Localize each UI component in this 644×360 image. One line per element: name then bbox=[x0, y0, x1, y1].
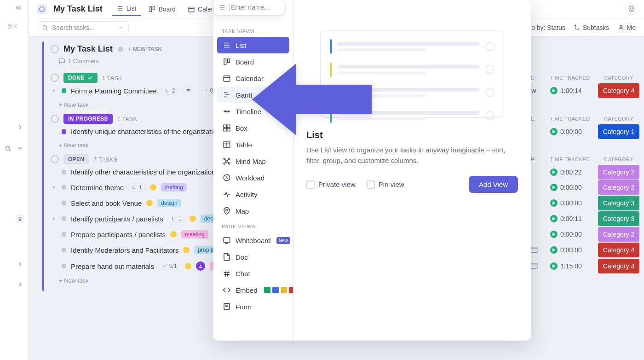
play-icon[interactable] bbox=[550, 128, 558, 135]
task-name: Identify participants / panelists bbox=[71, 215, 163, 223]
category-badge[interactable]: Category 3 bbox=[598, 196, 639, 210]
name-placeholder: Enter name... bbox=[230, 4, 270, 11]
subtask-count[interactable]: 1 bbox=[168, 215, 185, 223]
status-toggle-icon[interactable] bbox=[51, 115, 59, 123]
view-option-activity[interactable]: Activity bbox=[217, 186, 289, 203]
status-toggle-icon[interactable] bbox=[51, 155, 59, 163]
time-tracked[interactable]: 1:15:00 bbox=[550, 262, 587, 270]
tag[interactable]: design bbox=[157, 199, 181, 207]
svg-marker-27 bbox=[53, 186, 55, 189]
list-title: My Task List bbox=[63, 44, 113, 54]
due-date-empty-icon[interactable] bbox=[530, 245, 539, 255]
view-option-timeline[interactable]: Timeline bbox=[217, 103, 289, 120]
new-task-button[interactable]: + NEW TASK bbox=[128, 46, 162, 52]
chevron-right-icon[interactable] bbox=[17, 261, 23, 269]
priority-icon[interactable] bbox=[183, 247, 190, 253]
time-tracked[interactable]: 1:00:14 bbox=[550, 87, 587, 94]
pin-view-checkbox[interactable]: Pin view bbox=[367, 180, 404, 189]
tag[interactable]: drafting bbox=[161, 183, 187, 192]
status-toggle-icon[interactable] bbox=[51, 74, 59, 82]
category-badge[interactable]: Category 2 bbox=[598, 227, 639, 242]
chevron-down-icon[interactable] bbox=[12, 145, 23, 153]
play-icon[interactable] bbox=[550, 168, 558, 176]
search-icon[interactable] bbox=[0, 145, 12, 154]
category-badge[interactable]: Category 1 bbox=[598, 124, 639, 139]
category-badge[interactable]: Category 2 bbox=[598, 180, 639, 195]
view-option-form[interactable]: Form bbox=[217, 298, 289, 315]
view-option-workload[interactable]: Workload bbox=[217, 169, 289, 186]
list-status-icon[interactable] bbox=[51, 45, 59, 53]
time-tracked[interactable]: 0:00:22 bbox=[550, 168, 587, 176]
priority-icon[interactable] bbox=[170, 231, 177, 238]
due-date-empty-icon[interactable] bbox=[530, 261, 539, 271]
play-icon[interactable] bbox=[550, 199, 558, 207]
subtasks-button[interactable]: Subtasks bbox=[574, 24, 610, 31]
view-picker-modal: TASK VIEWS ListBoardCalendarGanttTimelin… bbox=[213, 0, 531, 341]
priority-icon[interactable] bbox=[185, 263, 191, 269]
svg-point-64 bbox=[226, 209, 228, 211]
tag[interactable]: meeting bbox=[181, 230, 208, 238]
status-dot-icon bbox=[62, 201, 66, 205]
subtask-count[interactable]: 2 bbox=[161, 87, 178, 95]
search-input[interactable]: Search tasks... bbox=[37, 21, 129, 34]
view-name-input[interactable]: Enter name... bbox=[213, 0, 284, 16]
priority-icon[interactable] bbox=[146, 200, 153, 206]
chevron-right-icon[interactable] bbox=[17, 124, 23, 132]
play-icon[interactable] bbox=[550, 215, 558, 222]
play-icon[interactable] bbox=[550, 184, 558, 191]
category-badge[interactable]: Category 2 bbox=[598, 165, 639, 180]
svg-marker-28 bbox=[53, 217, 55, 220]
category-badge[interactable]: Category 4 bbox=[598, 259, 639, 273]
tab-board[interactable]: Board bbox=[144, 2, 180, 16]
status-pill[interactable]: IN PROGRESS bbox=[63, 114, 113, 124]
view-option-box[interactable]: Box bbox=[217, 120, 289, 136]
view-option-calendar[interactable]: Calendar bbox=[217, 70, 289, 87]
svg-rect-39 bbox=[224, 76, 230, 81]
svg-rect-65 bbox=[224, 238, 230, 243]
time-tracked[interactable]: 0:00:11 bbox=[550, 215, 587, 222]
view-option-board[interactable]: Board bbox=[217, 53, 289, 70]
category-badge[interactable]: Category 3 bbox=[598, 211, 639, 226]
checklist-count[interactable]: 0/1 bbox=[159, 262, 180, 270]
play-icon[interactable] bbox=[550, 87, 558, 94]
view-option-mind-map[interactable]: Mind Map bbox=[217, 153, 289, 169]
help-icon[interactable] bbox=[625, 3, 638, 15]
subtask-count[interactable]: 1 bbox=[128, 183, 145, 192]
time-tracked[interactable]: 0:00:00 bbox=[550, 184, 587, 191]
view-option-embed[interactable]: Embed bbox=[217, 282, 289, 298]
status-dot-icon bbox=[62, 248, 66, 252]
view-option-doc[interactable]: Doc bbox=[217, 249, 289, 265]
expand-icon[interactable] bbox=[51, 184, 57, 191]
expand-icon[interactable] bbox=[51, 215, 57, 222]
view-option-table[interactable]: Table bbox=[217, 136, 289, 153]
private-view-checkbox[interactable]: Private view bbox=[306, 180, 356, 189]
view-option-chat[interactable]: Chat bbox=[217, 265, 289, 282]
view-option-gantt[interactable]: Gantt bbox=[217, 87, 289, 103]
time-tracked[interactable]: 0:00:00 bbox=[550, 128, 587, 135]
play-icon[interactable] bbox=[550, 231, 558, 238]
view-option-list[interactable]: List bbox=[217, 37, 289, 53]
category-badge[interactable]: Category 4 bbox=[598, 83, 639, 98]
time-tracked[interactable]: 0:00:00 bbox=[550, 199, 587, 207]
add-view-button[interactable]: Add View bbox=[469, 176, 518, 193]
time-tracked[interactable]: 0:00:00 bbox=[550, 246, 587, 254]
view-picker-detail: List Use List view to organize your task… bbox=[293, 0, 531, 341]
play-icon[interactable] bbox=[550, 246, 558, 254]
view-option-map[interactable]: Map bbox=[217, 203, 289, 219]
status-pill[interactable]: DONE bbox=[63, 73, 98, 83]
play-icon[interactable] bbox=[550, 262, 558, 270]
me-filter-button[interactable]: Me bbox=[618, 24, 636, 31]
priority-icon[interactable] bbox=[150, 184, 156, 191]
expand-icon[interactable] bbox=[51, 87, 57, 94]
view-option-whiteboard[interactable]: WhiteboardNew bbox=[217, 232, 289, 249]
tab-list[interactable]: List bbox=[112, 2, 141, 16]
category-badge[interactable]: Category 4 bbox=[598, 243, 639, 257]
assignee-avatar[interactable] bbox=[196, 261, 205, 271]
chevron-right-icon[interactable] bbox=[17, 281, 23, 290]
svg-point-2 bbox=[40, 6, 45, 12]
priority-icon[interactable] bbox=[190, 215, 196, 222]
status-pill[interactable]: OPEN bbox=[63, 154, 89, 164]
left-gutter: ⌘K 9 bbox=[0, 0, 29, 360]
collapse-sidebar-icon[interactable] bbox=[14, 4, 23, 14]
time-tracked[interactable]: 0:00:00 bbox=[550, 231, 587, 238]
